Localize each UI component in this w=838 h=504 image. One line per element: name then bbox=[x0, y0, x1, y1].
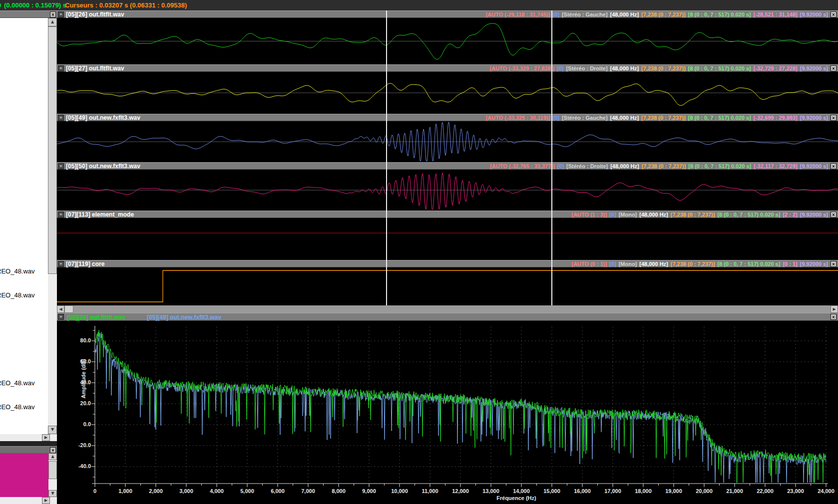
x-tick-label: 21,000 bbox=[720, 488, 750, 494]
status-range: [2 : 2] bbox=[783, 212, 797, 218]
track-header-2[interactable]: + [05][27] out.fltflt.wav [AUTO (-33,329… bbox=[57, 64, 838, 72]
spectrum-series-label-blue[interactable]: [05][49] out.new.fxflt3.wav bbox=[147, 314, 221, 321]
waveform-track-3[interactable] bbox=[57, 121, 838, 162]
swatch-vscrollbar[interactable]: ▲ ▼ bbox=[48, 453, 57, 497]
track-header-3[interactable]: + [05][49] out.new.fxflt3.wav [AUTO (-33… bbox=[57, 114, 838, 121]
close-icon[interactable]: × bbox=[831, 314, 837, 320]
status-channel: [Stéréo : Gauche] bbox=[562, 11, 608, 17]
scrollbar-thumb[interactable] bbox=[48, 26, 57, 274]
track-header-4[interactable]: + [05][50] out.new.fxflt3.wav [AUTO (-32… bbox=[57, 162, 838, 170]
scroll-up-icon[interactable]: ▲ bbox=[48, 453, 57, 460]
swatch-hscrollbar[interactable]: ▶ bbox=[0, 497, 57, 504]
detach-icon[interactable]: + bbox=[58, 163, 64, 169]
scroll-left-icon[interactable]: ◀ bbox=[57, 305, 64, 313]
status-duration: [9.92000 s] bbox=[800, 11, 828, 17]
x-tick-label: 17,000 bbox=[598, 488, 628, 494]
x-tick-label: 9,000 bbox=[354, 488, 384, 494]
x-tick-label: 6,000 bbox=[263, 488, 293, 494]
track-title: [05][26] out.fltflt.wav bbox=[66, 11, 124, 18]
status-range: [-32,729 : 27,228] bbox=[754, 65, 798, 71]
status-auto: [AUTO (-33,325 : 30,119)] bbox=[486, 115, 550, 121]
track-status: [AUTO (0 : 1)][0][Mono][48,000 Hz][7,238… bbox=[569, 260, 829, 267]
status-samplerate: [48,000 Hz] bbox=[639, 212, 668, 218]
status-blocks: [8 (0 : 0, 7 : 517) 0.020 s] bbox=[688, 163, 751, 169]
cursor-line-right[interactable] bbox=[551, 10, 552, 305]
sidebar-vscrollbar[interactable]: ▲ ▼ bbox=[48, 18, 57, 434]
close-icon[interactable]: × bbox=[831, 11, 837, 17]
spectrum-series-label-green[interactable]: [05][26] out.fltflt.wav bbox=[67, 314, 125, 321]
sidebar-header[interactable]: × bbox=[0, 10, 57, 18]
waveform-track-5[interactable] bbox=[57, 218, 838, 260]
scrollbar-thumb[interactable] bbox=[48, 461, 57, 479]
list-item[interactable]: REO_48.wav bbox=[0, 379, 35, 387]
close-icon[interactable]: × bbox=[831, 65, 837, 71]
panel-splitter[interactable] bbox=[0, 441, 57, 446]
close-icon[interactable]: × bbox=[50, 447, 56, 453]
track-header-6[interactable]: + [07][119] core [AUTO (0 : 1)][0][Mono]… bbox=[57, 260, 838, 267]
waveform-svg bbox=[57, 72, 838, 114]
waveform-track-2[interactable] bbox=[57, 72, 838, 114]
track-title: [05][49] out.new.fxflt3.wav bbox=[66, 114, 140, 121]
list-item[interactable]: REO_48.wav bbox=[0, 403, 35, 411]
status-samplerate: [48,000 Hz] bbox=[639, 261, 668, 267]
track-header-5[interactable]: + [07][113] element_mode [AUTO (1 : 3)][… bbox=[57, 211, 838, 218]
scroll-right-icon[interactable]: ▶ bbox=[42, 497, 50, 504]
status-frames: [7,238 (0 : 7,237)] bbox=[641, 11, 686, 17]
scroll-right-icon[interactable]: ▶ bbox=[831, 305, 838, 313]
list-item[interactable]: REO_48.wav bbox=[0, 291, 35, 299]
swatch-panel-header[interactable]: × bbox=[0, 446, 57, 453]
close-icon[interactable]: × bbox=[831, 261, 837, 267]
status-auto: [AUTO (-33,329 : 27,828)] bbox=[490, 65, 554, 71]
close-icon[interactable]: × bbox=[50, 11, 56, 17]
x-tick-label: 7,000 bbox=[293, 488, 323, 494]
scroll-down-icon[interactable]: ▼ bbox=[48, 426, 57, 434]
status-index: [0] bbox=[557, 65, 563, 71]
scrollbar-thumb[interactable] bbox=[64, 305, 73, 313]
timeline-hscrollbar[interactable]: ◀ ▶ bbox=[57, 305, 838, 313]
x-tick-label: 2,000 bbox=[141, 488, 171, 494]
status-samplerate: [48,000 Hz] bbox=[610, 11, 639, 17]
close-icon[interactable]: × bbox=[831, 115, 837, 121]
range-prefix: 0 bbox=[0, 0, 1, 10]
detach-icon[interactable]: + bbox=[58, 65, 64, 71]
scroll-down-icon[interactable]: ▼ bbox=[48, 490, 57, 497]
waveform-track-4[interactable] bbox=[57, 170, 838, 211]
x-tick-label: 15,000 bbox=[537, 488, 567, 494]
y-tick-label: 60.0 bbox=[71, 358, 91, 364]
x-tick-label: 3,000 bbox=[171, 488, 201, 494]
y-tick-label: -20.0 bbox=[71, 442, 91, 448]
track-title: [05][50] out.new.fxflt3.wav bbox=[66, 163, 140, 170]
scroll-right-icon[interactable]: ▶ bbox=[42, 434, 50, 441]
detach-icon[interactable]: + bbox=[58, 11, 64, 17]
y-tick-label: 0.0 bbox=[71, 421, 91, 427]
x-tick-label: 10,000 bbox=[385, 488, 415, 494]
scroll-up-icon[interactable]: ▲ bbox=[48, 18, 57, 26]
close-icon[interactable]: × bbox=[831, 212, 837, 218]
list-item[interactable]: REO_48.wav bbox=[0, 267, 35, 275]
x-tick-label: 23,000 bbox=[781, 488, 811, 494]
sidebar-hscrollbar[interactable]: ▶ bbox=[0, 434, 57, 441]
x-tick-label: 13,000 bbox=[476, 488, 506, 494]
waveform-svg bbox=[57, 170, 838, 211]
y-tick-label: 20.0 bbox=[71, 400, 91, 406]
x-tick-label: 19,000 bbox=[659, 488, 689, 494]
close-icon[interactable]: × bbox=[831, 163, 837, 169]
waveform-track-6[interactable] bbox=[57, 267, 838, 305]
spectrum-plot[interactable]: Amplitude (dB) Fréquence (Hz) 80.060.040… bbox=[57, 321, 838, 504]
waveform-track-1[interactable] bbox=[57, 18, 838, 64]
detach-icon[interactable]: + bbox=[58, 212, 64, 218]
track-header-1[interactable]: + [05][26] out.fltflt.wav [AUTO (-29,118… bbox=[57, 10, 838, 18]
spectrum-series-blue bbox=[95, 333, 826, 483]
selection-range-label: (0.00000 : 0.15079) s bbox=[4, 0, 66, 10]
detach-icon[interactable]: + bbox=[58, 115, 64, 121]
status-channel: [Stéréo : Droite] bbox=[566, 163, 608, 169]
status-samplerate: [48,000 Hz] bbox=[610, 115, 639, 121]
status-channel: [Mono] bbox=[619, 212, 637, 218]
cursor-line-left[interactable] bbox=[386, 10, 387, 305]
detach-icon[interactable]: + bbox=[58, 314, 64, 320]
detach-icon[interactable]: + bbox=[58, 261, 64, 267]
spectrum-header[interactable]: + [05][26] out.fltflt.wav [05][49] out.n… bbox=[57, 313, 838, 321]
file-list-panel: REO_48.wav REO_48.wav REO_48.wav REO_48.… bbox=[0, 18, 48, 434]
status-range: [-32,117 : 32,729] bbox=[754, 163, 797, 169]
status-auto: [AUTO (1 : 3)] bbox=[572, 212, 607, 218]
